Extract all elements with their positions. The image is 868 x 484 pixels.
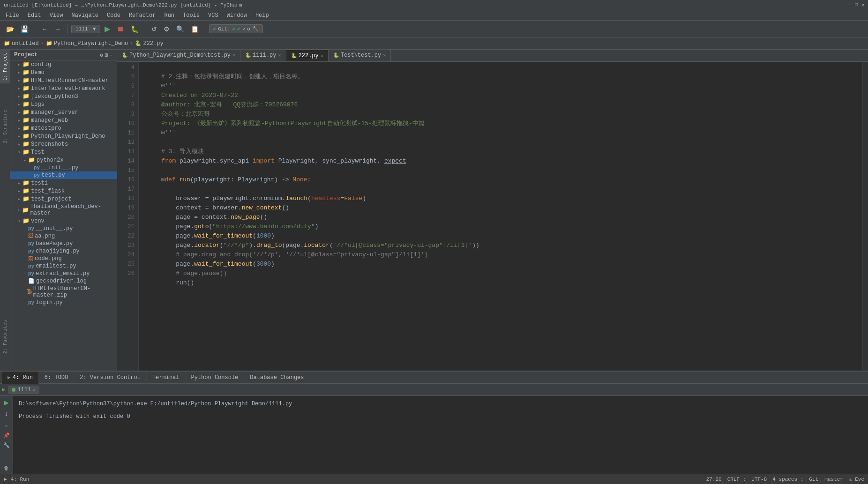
menu-item-file[interactable]: File	[2, 11, 23, 20]
tree-item-venv[interactable]: ▾📁venv	[10, 217, 117, 225]
back-btn[interactable]: ←	[39, 24, 50, 34]
tree-arrow-InterfaceTestFramework[interactable]: ▸	[16, 86, 22, 91]
tree-arrow-python2x[interactable]: ▸	[22, 157, 28, 163]
status-git[interactable]: Git: master	[809, 477, 843, 482]
status-events[interactable]: ⚠ Eve	[849, 476, 864, 482]
tree-item-Test[interactable]: ▾📁Test	[10, 148, 117, 156]
minimize-btn[interactable]: –	[848, 2, 851, 8]
tree-arrow-Screenshots[interactable]: ▸	[16, 141, 22, 147]
status-indent[interactable]: 4 spaces :	[772, 477, 803, 482]
tree-item-Screenshots[interactable]: ▸📁Screenshots	[10, 140, 117, 148]
tree-arrow-Thailand_xsteach_dev-master[interactable]: ▸	[15, 207, 22, 213]
bottom-tab-Python-Console[interactable]: Python Console	[186, 372, 245, 384]
menu-item-view[interactable]: View	[46, 11, 67, 20]
tree-arrow-test_project[interactable]: ▸	[16, 196, 22, 202]
tree-item-Logs[interactable]: ▸📁Logs	[10, 100, 117, 108]
tree-item-python2x[interactable]: ▸📁python2x	[10, 156, 117, 164]
menu-item-refactor[interactable]: Refactor	[125, 11, 160, 20]
status-crlf[interactable]: CRLF :	[727, 477, 746, 482]
tree-item-config[interactable]: ▸📁config	[10, 60, 117, 68]
tree-item-test-flask[interactable]: ▸📁test_flask	[10, 187, 117, 195]
tree-arrow-Logs[interactable]: ▸	[16, 102, 22, 107]
run-play-btn[interactable]: ▶	[3, 398, 10, 407]
git-badge[interactable]: ✔ Git: ✔ ✔ ↗ ↺ 🔨	[209, 24, 263, 33]
breadcrumb-home[interactable]: 📁 untitled	[4, 40, 39, 47]
settings-btn[interactable]: ⚙	[161, 24, 172, 34]
open-btn[interactable]: 📂	[4, 24, 16, 34]
forward-btn[interactable]: →	[52, 24, 63, 34]
editor-tab-Python-Playwright-Demo-test-py[interactable]: 🐍Python_Playwright_Demo\test.py✕	[117, 50, 240, 61]
breadcrumb-file[interactable]: 🐍 222.py	[135, 40, 163, 47]
tree-arrow-Test[interactable]: ▾	[16, 149, 22, 155]
tab-close-Python_Playwright_Demo\test.py[interactable]: ✕	[232, 52, 235, 58]
window-controls[interactable]: – □ ✕	[848, 2, 864, 8]
stop-btn[interactable]: ⏹	[114, 23, 127, 35]
menu-item-edit[interactable]: Edit	[24, 11, 45, 20]
tree-arrow-test_flask[interactable]: ▸	[16, 188, 22, 194]
menu-item-help[interactable]: Help	[252, 11, 273, 20]
copy-path-btn[interactable]: 📋	[188, 24, 201, 34]
menu-item-code[interactable]: Code	[103, 11, 124, 20]
tree-arrow-mztestpro[interactable]: ▸	[16, 126, 22, 131]
status-position[interactable]: 27:20	[706, 477, 722, 482]
tree-item-emailtest-py[interactable]: pyemailtest.py	[10, 262, 117, 270]
run-config-dropdown[interactable]: ▼	[93, 26, 96, 32]
tree-item-test1[interactable]: ▸📁test1	[10, 179, 117, 187]
save-btn[interactable]: 💾	[18, 24, 31, 34]
editor-tab-Test-test-py[interactable]: 🐍Test\test.py✕	[329, 50, 391, 61]
run-btn[interactable]: ▶	[102, 23, 112, 35]
tree-item-InterfaceTestFramework[interactable]: ▸📁InterfaceTestFramework	[10, 84, 117, 92]
run-down-btn[interactable]: ↓	[4, 409, 9, 418]
menu-item-vcs[interactable]: VCS	[204, 11, 222, 20]
close-btn[interactable]: ✕	[861, 2, 864, 8]
tree-item-manager-server[interactable]: ▸📁manager_server	[10, 108, 117, 116]
bottom-tab-6--TODO[interactable]: 6: TODO	[39, 372, 74, 384]
tree-item-test-project[interactable]: ▸📁test_project	[10, 195, 117, 203]
status-encoding[interactable]: UTF-8	[751, 477, 767, 482]
run-sort-btn[interactable]: 🔧	[2, 441, 11, 449]
tab-close-Test\test.py[interactable]: ✕	[383, 52, 386, 58]
tree-arrow-venv[interactable]: ▾	[16, 218, 22, 224]
tree-item-jiekou-python3[interactable]: ▸📁jiekou_python3	[10, 92, 117, 100]
revert-btn[interactable]: ↺	[149, 24, 159, 34]
bottom-tab-Database-Changes[interactable]: Database Changes	[244, 372, 310, 384]
favorites-tab[interactable]: 2: Favorites	[0, 317, 10, 357]
debug-btn[interactable]: 🐛	[128, 24, 141, 34]
tree-item-HTMLTestRunnerCN-master[interactable]: ▸📁HTMLTestRunnerCN-master	[10, 76, 117, 84]
run-config-select[interactable]: 1111 ▼	[71, 25, 100, 33]
breadcrumb-demo[interactable]: 📁 Python_Playwright_Demo	[46, 40, 128, 47]
tree-item-Python-Playwright-Demo[interactable]: ▸📁Python_Playwright_Demo	[10, 132, 117, 140]
project-header-icons[interactable]: ⚙ ⊞ –	[100, 52, 113, 58]
tab-close-1111.py[interactable]: ✕	[278, 52, 281, 58]
project-settings-icon[interactable]: ⚙	[100, 52, 103, 58]
tree-item-login-py[interactable]: pylogin.py	[10, 299, 117, 306]
tree-item---init---py[interactable]: py__init__.py	[10, 164, 117, 171]
tree-item-test-py[interactable]: pytest.py	[10, 171, 117, 179]
tree-arrow-test1[interactable]: ▸	[16, 180, 22, 186]
structure-tab[interactable]: 2: Structure	[0, 107, 10, 146]
code-editor[interactable]: # 2.注释：包括录制创建时间，创建人，项目名称。⊟'''Created on …	[139, 62, 862, 371]
tree-arrow-HTMLTestRunnerCN-master[interactable]: ▸	[16, 78, 22, 83]
search-btn[interactable]: 🔍	[174, 24, 187, 34]
run-pin-btn[interactable]: 📌	[2, 432, 11, 439]
editor-tab-222-py[interactable]: 🐍222.py✕	[286, 50, 329, 61]
tree-item-basePage-py[interactable]: pybasePage.py	[10, 240, 117, 247]
project-close-icon[interactable]: –	[110, 52, 113, 58]
run-trash-btn[interactable]: 🗑	[3, 464, 10, 472]
tree-item-Demo[interactable]: ▸📁Demo	[10, 68, 117, 76]
tree-arrow-Python_Playwright_Demo[interactable]: ▸	[16, 134, 22, 139]
tree-item-Thailand-xsteach-dev-master[interactable]: ▸📁Thailand_xsteach_dev-master	[10, 203, 117, 217]
run-tab-1111[interactable]: 1111 ✕	[8, 386, 39, 394]
tree-arrow-manager_web[interactable]: ▸	[16, 118, 22, 123]
bottom-tab-4--Run[interactable]: ▶4: Run	[2, 372, 39, 384]
tree-item-extract-email-py[interactable]: pyextract_email.py	[10, 270, 117, 277]
tree-item-aa-png[interactable]: 🖼aa.png	[10, 232, 117, 240]
tree-item-mztestpro[interactable]: ▸📁mztestpro	[10, 124, 117, 132]
menu-item-tools[interactable]: Tools	[179, 11, 203, 20]
status-run-label[interactable]: 4: Run	[11, 477, 30, 482]
tab-close-222.py[interactable]: ✕	[321, 53, 323, 59]
tree-item---init---py[interactable]: py__init__.py	[10, 225, 117, 232]
tree-arrow-Demo[interactable]: ▸	[16, 70, 22, 75]
bottom-tab-Terminal[interactable]: Terminal	[147, 372, 186, 384]
project-tab[interactable]: 1: Project	[0, 50, 10, 83]
